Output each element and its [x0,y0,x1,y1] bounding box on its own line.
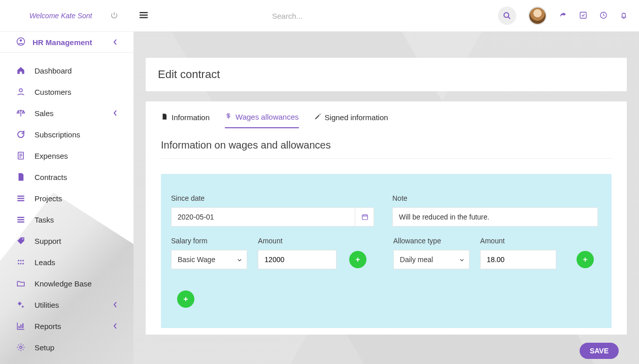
tab-wages[interactable]: Wages allowances [225,113,299,128]
sidebar-item-sales[interactable]: Sales [0,102,133,124]
svg-rect-29 [362,215,367,220]
sidebar-item-expenses[interactable]: Expenses [0,145,133,166]
scales-icon [16,108,27,118]
sidebar-item-subscriptions[interactable]: Subscriptions [0,124,133,145]
sidebar-item-label: Sales [35,109,54,118]
home-icon [16,66,27,75]
card-title: Edit contract [146,58,627,91]
sidebar: Welcome Kate Sont HR Management Dashboar… [0,0,133,364]
chevron-left-icon [113,109,117,118]
salary-form-dropdown[interactable]: Basic Wage [171,250,247,269]
refresh-icon [16,130,27,139]
power-icon[interactable] [110,11,118,19]
sidebar-item-label: Setup [35,343,54,352]
bars-icon [16,215,27,224]
calendar-icon[interactable] [355,207,374,227]
avatar[interactable] [528,7,547,25]
allowance-type-dropdown[interactable]: Daily meal [393,250,469,269]
sidebar-item-customers[interactable]: Customers [0,81,133,102]
tab-signed-label: Signed information [325,113,388,122]
chart-icon [16,321,27,331]
note-label: Note [392,194,601,202]
pencil-icon [314,113,321,122]
sidebar-item-knowledge-base[interactable]: Knowledge Base [0,273,133,294]
card-main: Information Wages allowances Signed info… [146,101,627,335]
svg-point-18 [22,306,24,308]
caret-down-icon [238,256,242,264]
search-input[interactable] [272,12,374,20]
svg-rect-5 [17,198,24,199]
sidebar-item-utilities[interactable]: Utilities [0,294,133,315]
gear-icon [16,343,27,352]
sidebar-item-setup[interactable]: Setup [0,337,133,358]
svg-rect-20 [20,324,21,329]
sidebar-item-tasks[interactable]: Tasks [0,209,133,230]
svg-point-15 [20,263,22,265]
allowance-type-value: Daily meal [400,256,433,264]
note-input[interactable] [392,207,598,227]
svg-rect-8 [17,219,24,220]
share-icon[interactable] [559,11,567,21]
sidebar-item-contracts[interactable]: Contracts [0,166,133,188]
add-salary-button[interactable] [349,251,366,268]
sidebar-item-label: Leads [35,258,55,267]
gears-icon [16,300,27,309]
page-title: Edit contract [158,68,615,81]
tabs: Information Wages allowances Signed info… [146,101,627,128]
tab-information[interactable]: Information [161,113,210,128]
sidebar-item-label: Dashboard [35,66,72,75]
salary-form-value: Basic Wage [178,256,215,264]
svg-rect-24 [140,14,148,15]
sidebar-header: Welcome Kate Sont [0,0,133,31]
bell-icon[interactable] [620,11,628,21]
search-button[interactable] [498,7,516,25]
sidebar-item-support[interactable]: Support [0,230,133,251]
check-square-icon[interactable] [579,11,587,21]
sidebar-item-label: Expenses [35,152,68,160]
svg-point-22 [20,346,22,349]
svg-rect-19 [19,326,20,329]
wage-panel: Since date Note Salary form [161,174,612,328]
sidebar-item-label: Tasks [35,215,54,224]
svg-point-16 [22,263,24,265]
salary-form-label: Salary form [171,237,258,245]
sidebar-item-label: Support [35,237,61,245]
save-button[interactable]: SAVE [580,343,619,359]
svg-point-2 [19,89,22,92]
hamburger-icon[interactable] [140,12,148,20]
welcome-text: Welcome Kate Sont [29,12,92,20]
sidebar-item-projects[interactable]: Projects [0,188,133,209]
svg-rect-4 [17,196,24,197]
chevron-left-icon [113,38,117,47]
since-date-input[interactable] [171,207,374,227]
svg-point-1 [20,39,22,42]
salary-amount-input[interactable] [258,250,337,269]
sidebar-item-dashboard[interactable]: Dashboard [0,60,133,81]
topbar [133,0,639,31]
svg-rect-25 [140,17,148,18]
chevron-left-icon [113,301,117,309]
user-icon [16,87,27,96]
tab-signed[interactable]: Signed information [314,113,388,128]
sidebar-section-hr[interactable]: HR Management [0,31,133,53]
svg-point-26 [504,13,509,17]
sidebar-item-label: Customers [35,88,72,96]
sidebar-item-reports[interactable]: Reports [0,315,133,337]
content-area: Edit contract Information Wages allowanc… [133,31,639,364]
tab-information-label: Information [172,113,210,122]
svg-rect-9 [17,222,24,223]
folder-icon [16,279,27,288]
sidebar-item-label: Knowledge Base [35,279,92,288]
svg-rect-27 [580,12,586,18]
add-allowance-button[interactable] [577,251,594,268]
sidebar-item-leads[interactable]: Leads [0,251,133,273]
salary-amount-label: Amount [258,237,345,245]
svg-rect-7 [17,217,24,218]
sidebar-item-label: Subscriptions [35,130,80,139]
clock-icon[interactable] [599,11,608,21]
bars-icon [16,194,27,203]
allowance-amount-input[interactable] [480,250,556,269]
sidebar-item-label: Utilities [35,301,59,309]
add-row-button[interactable] [177,290,194,308]
svg-point-11 [18,260,19,262]
